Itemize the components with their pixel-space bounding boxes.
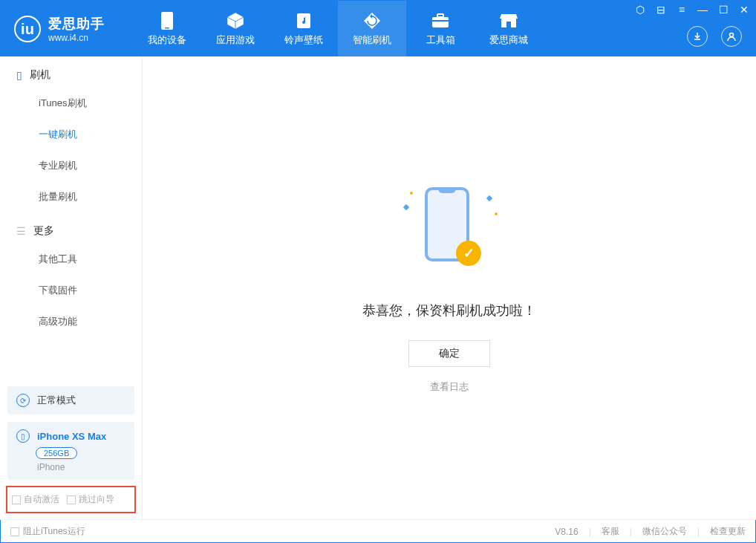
shirt-icon[interactable]: ⬡ (633, 4, 647, 16)
sidebar-item-batch-flash[interactable]: 批量刷机 (0, 181, 142, 212)
sidebar-section-flash: ▯ 刷机 (0, 56, 142, 88)
tab-label: 铃声壁纸 (284, 33, 323, 47)
mode-label: 正常模式 (37, 394, 76, 407)
lock-icon[interactable]: ⊟ (654, 4, 668, 16)
sidebar-section-more: ☰ 更多 (0, 212, 142, 244)
checkbox-label: 自动激活 (24, 493, 59, 506)
nav-tabs: 我的设备 应用游戏 铃声壁纸 智能刷机 工具箱 爱思商城 (133, 1, 543, 57)
device-type: iPhone (37, 462, 126, 472)
checkbox-block-itunes[interactable]: 阻止iTunes运行 (10, 525, 85, 538)
sidebar: ▯ 刷机 iTunes刷机 一键刷机 专业刷机 批量刷机 ☰ 更多 其他工具 下… (0, 56, 143, 519)
svg-rect-0 (161, 12, 173, 30)
svg-rect-5 (432, 20, 449, 22)
svg-rect-3 (432, 17, 449, 27)
refresh-icon (362, 11, 382, 30)
footer-link-wechat[interactable]: 微信公众号 (642, 525, 687, 538)
version-label: V8.16 (555, 527, 578, 537)
close-button[interactable]: ✕ (737, 4, 751, 16)
sidebar-item-other-tools[interactable]: 其他工具 (0, 244, 142, 275)
sidebar-item-itunes-flash[interactable]: iTunes刷机 (0, 88, 142, 119)
logo-icon: iu (14, 16, 41, 42)
tab-store[interactable]: 爱思商城 (475, 1, 543, 57)
tab-toolbox[interactable]: 工具箱 (406, 1, 475, 57)
checkbox-icon (67, 495, 76, 504)
tab-flash[interactable]: 智能刷机 (338, 1, 406, 57)
tab-label: 爱思商城 (489, 33, 528, 47)
download-button[interactable] (687, 26, 708, 47)
tab-apps[interactable]: 应用游戏 (201, 1, 270, 57)
sidebar-item-download-firmware[interactable]: 下载固件 (0, 275, 142, 306)
device-icon: ▯ (16, 429, 30, 443)
user-button[interactable] (721, 26, 742, 47)
section-title: 刷机 (30, 68, 50, 82)
music-icon (294, 11, 313, 30)
device-icon (157, 11, 177, 30)
sidebar-item-pro-flash[interactable]: 专业刷机 (0, 150, 142, 181)
tab-label: 应用游戏 (216, 33, 255, 47)
success-message: 恭喜您，保资料刷机成功啦！ (362, 302, 536, 319)
check-icon: ✓ (456, 241, 481, 266)
checkbox-skip-guide[interactable]: 跳过向导 (67, 493, 114, 506)
device-storage: 256GB (36, 447, 77, 459)
tab-label: 我的设备 (148, 33, 186, 47)
divider: | (697, 527, 700, 537)
svg-rect-1 (165, 27, 169, 29)
store-icon (499, 11, 518, 30)
checkbox-icon (12, 495, 21, 504)
checkbox-icon (10, 527, 19, 536)
svg-rect-4 (437, 14, 443, 17)
divider: | (630, 527, 632, 537)
toolbox-icon (431, 11, 450, 30)
main-content: ✓ 恭喜您，保资料刷机成功啦！ 确定 查看日志 (143, 56, 756, 519)
tab-label: 智能刷机 (353, 33, 391, 47)
footer-link-support[interactable]: 客服 (602, 525, 619, 538)
tab-ringtones[interactable]: 铃声壁纸 (270, 1, 338, 57)
cube-icon (226, 11, 245, 30)
tab-my-device[interactable]: 我的设备 (133, 1, 201, 57)
section-title: 更多 (33, 224, 54, 238)
mode-icon: ⟳ (16, 394, 30, 407)
checkbox-label: 跳过向导 (79, 493, 114, 506)
checkbox-auto-activate[interactable]: 自动激活 (12, 493, 59, 506)
logo-title: 爱思助手 (48, 15, 105, 33)
sidebar-item-oneclick-flash[interactable]: 一键刷机 (0, 119, 142, 150)
divider: | (589, 527, 591, 537)
ok-button[interactable]: 确定 (408, 340, 490, 367)
logo[interactable]: iu 爱思助手 www.i4.cn (1, 15, 118, 43)
device-card[interactable]: ▯ iPhone XS Max 256GB iPhone (7, 422, 134, 480)
menu-icon[interactable]: ≡ (675, 4, 688, 16)
highlighted-options: 自动激活 跳过向导 (6, 486, 136, 513)
footer: 阻止iTunes运行 V8.16 | 客服 | 微信公众号 | 检查更新 (0, 519, 756, 543)
view-log-link[interactable]: 查看日志 (430, 380, 469, 394)
tab-label: 工具箱 (426, 33, 455, 47)
checkbox-label: 阻止iTunes运行 (23, 525, 85, 538)
header-actions (687, 26, 742, 47)
header: iu 爱思助手 www.i4.cn 我的设备 应用游戏 铃声壁纸 智能刷机 工具… (1, 1, 755, 57)
svg-point-8 (730, 33, 734, 37)
phone-icon: ▯ (16, 69, 22, 81)
minimize-button[interactable]: — (696, 4, 709, 16)
maximize-button[interactable]: ☐ (717, 4, 730, 16)
list-icon: ☰ (16, 225, 26, 237)
svg-rect-7 (506, 22, 511, 27)
logo-url: www.i4.cn (48, 33, 105, 43)
success-illustration: ✓ (401, 183, 498, 279)
window-controls: ⬡ ⊟ ≡ — ☐ ✕ (633, 4, 751, 16)
footer-link-update[interactable]: 检查更新 (710, 525, 746, 538)
sidebar-item-advanced[interactable]: 高级功能 (0, 306, 142, 337)
mode-card[interactable]: ⟳ 正常模式 (7, 386, 134, 414)
device-name: iPhone XS Max (37, 431, 106, 442)
